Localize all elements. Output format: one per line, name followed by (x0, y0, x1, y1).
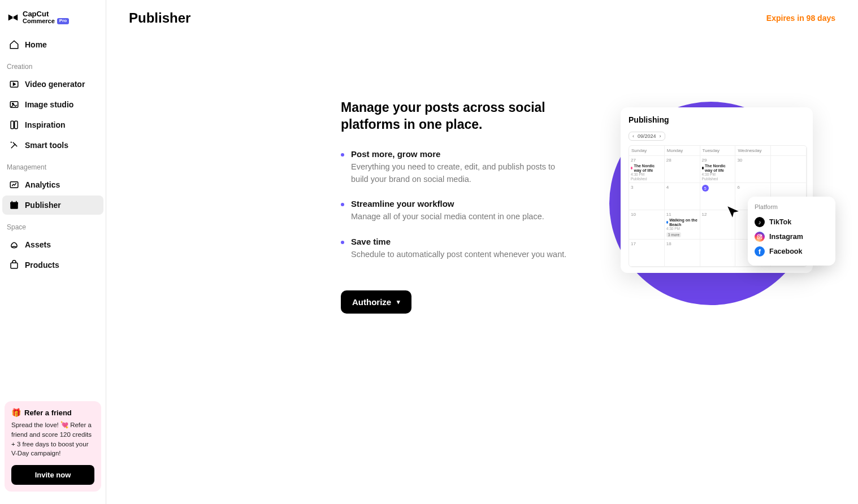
sidebar-item-label: Video generator (25, 80, 85, 89)
day-header: Monday (665, 146, 700, 156)
expires-badge[interactable]: Expires in 98 days (766, 14, 835, 23)
calendar-cell: 27 The Nordic way of life4:30 PMPublishe… (629, 156, 665, 183)
calendar-cell (771, 156, 807, 183)
sidebar-item-publisher[interactable]: Publisher (2, 195, 103, 215)
sidebar-item-image-studio[interactable]: Image studio (2, 95, 103, 114)
svg-rect-10 (11, 263, 18, 268)
day-header: Tuesday (700, 146, 736, 156)
sidebar-item-home[interactable]: Home (2, 35, 103, 54)
svg-point-2 (12, 103, 14, 105)
svg-rect-8 (12, 201, 13, 203)
section-label-space: Space (0, 215, 106, 234)
publisher-icon (9, 200, 19, 210)
bullet-title: Post more, grow more (351, 149, 567, 159)
chevron-left-icon: ‹ (632, 133, 634, 139)
svg-point-12 (759, 236, 760, 237)
day-header: Sunday (629, 146, 665, 156)
logo-line2: Commerce (23, 18, 55, 25)
calendar-month: 09/2024 (638, 133, 656, 139)
svg-rect-9 (16, 201, 17, 203)
sidebar-item-video-generator[interactable]: Video generator (2, 75, 103, 94)
inspiration-icon (9, 120, 19, 130)
cursor-icon (726, 205, 740, 219)
chevron-right-icon: › (660, 133, 661, 139)
calendar-cell: 29 The Nordic way of life4:30 PMPublishe… (700, 156, 736, 183)
bullet-desc: Everything you need to create, edit, and… (351, 161, 567, 186)
svg-point-13 (761, 235, 761, 236)
day-header (771, 146, 807, 156)
svg-rect-3 (11, 121, 14, 129)
platform-item-tiktok: ♪ TikTok (755, 215, 829, 229)
capcut-logo-icon (7, 11, 19, 24)
calendar-cell: 18 (665, 240, 700, 267)
platform-popover: Platform ♪ TikTok Instagram f Facebook (748, 197, 835, 266)
section-label-creation: Creation (0, 55, 106, 74)
sidebar-item-label: Inspiration (25, 120, 66, 129)
image-studio-icon (9, 99, 19, 110)
sidebar: CapCut CommercePro Home Creation Video g… (0, 0, 106, 504)
chevron-down-icon: ▾ (397, 298, 400, 306)
sidebar-item-label: Home (25, 40, 47, 49)
platform-label: Platform (755, 203, 829, 210)
sidebar-item-analytics[interactable]: Analytics (2, 175, 103, 194)
sidebar-item-label: Assets (25, 240, 51, 249)
day-header: Wednesday (735, 146, 771, 156)
sidebar-item-label: Products (25, 260, 59, 270)
authorize-button[interactable]: Authorize ▾ (341, 290, 411, 314)
gift-icon: 🎁 (11, 408, 21, 417)
home-icon (9, 40, 19, 50)
refer-text: Spread the love! 💘 Refer a friend and sc… (11, 420, 94, 458)
bullet-item: Save time Schedule to automatically post… (341, 237, 567, 261)
sidebar-item-label: Analytics (25, 180, 60, 189)
calendar-cell: 10 (629, 210, 665, 240)
sidebar-item-label: Smart tools (25, 141, 68, 150)
sidebar-item-smart-tools[interactable]: Smart tools (2, 136, 103, 155)
bullet-desc: Manage all of your social media content … (351, 211, 567, 223)
calendar-cell: 28 (665, 156, 700, 183)
tiktok-icon: ♪ (755, 217, 765, 227)
bullet-desc: Schedule to automatically post content w… (351, 249, 567, 261)
calendar-cell: 30 (735, 156, 771, 183)
hero-illustration: Publishing ‹ 09/2024 › Sunday Monday Tue… (598, 96, 824, 322)
sidebar-item-label: Publisher (25, 201, 61, 210)
section-label-management: Management (0, 155, 106, 175)
page-title: Publisher (129, 10, 190, 26)
assets-icon (9, 240, 19, 250)
smart-tools-icon (9, 140, 19, 150)
bullet-item: Post more, grow more Everything you need… (341, 149, 567, 186)
authorize-label: Authorize (352, 297, 391, 307)
hero-title: Manage your posts across social platform… (341, 99, 567, 133)
calendar-cell: 17 (629, 240, 665, 267)
logo-line1: CapCut (23, 10, 69, 18)
calendar-title: Publishing (629, 115, 807, 124)
facebook-icon: f (755, 246, 765, 257)
sidebar-item-assets[interactable]: Assets (2, 235, 103, 254)
hero-bullets: Post more, grow more Everything you need… (341, 149, 567, 261)
bullet-item: Streamline your workflow Manage all of y… (341, 199, 567, 223)
calendar-cell: 11 Walking on the Beach4:30 PM3 more (665, 210, 700, 240)
calendar-date-nav: ‹ 09/2024 › (629, 132, 665, 141)
calendar-cell: 4 (665, 183, 700, 210)
analytics-icon (9, 180, 19, 190)
svg-rect-7 (10, 202, 18, 205)
video-generator-icon (9, 79, 19, 89)
sidebar-item-label: Image studio (25, 100, 73, 109)
sidebar-item-products[interactable]: Products (2, 255, 103, 275)
main: Publisher Expires in 98 days Manage your… (106, 0, 858, 504)
header: Publisher Expires in 98 days (129, 10, 835, 26)
platform-item-instagram: Instagram (755, 229, 829, 244)
platform-item-facebook: f Facebook (755, 244, 829, 259)
calendar-cell: 3 (629, 183, 665, 210)
pro-badge: Pro (57, 18, 69, 24)
refer-title: Refer a friend (24, 409, 72, 417)
calendar-cell (700, 240, 736, 267)
instagram-icon (755, 232, 765, 242)
svg-rect-4 (15, 121, 18, 129)
refer-card: 🎁 Refer a friend Spread the love! 💘 Refe… (5, 401, 101, 492)
invite-button[interactable]: Invite now (11, 465, 94, 485)
products-icon (9, 260, 19, 270)
bullet-title: Streamline your workflow (351, 199, 567, 208)
logo[interactable]: CapCut CommercePro (0, 8, 106, 34)
sidebar-item-inspiration[interactable]: Inspiration (2, 115, 103, 134)
bullet-title: Save time (351, 237, 567, 246)
